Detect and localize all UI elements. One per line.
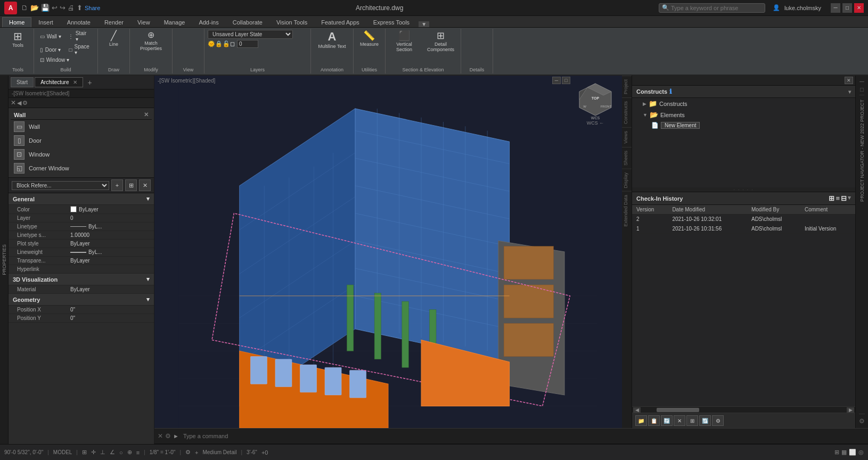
plus-icon[interactable]: +: [195, 449, 198, 456]
tools-button[interactable]: ⊞ Tools: [9, 30, 28, 49]
general-section-header[interactable]: General ▾: [9, 193, 154, 205]
save-icon[interactable]: 💾: [41, 4, 50, 12]
window-button[interactable]: ⊡ Window ▾: [38, 56, 71, 63]
resize-handle[interactable]: · · · · ·: [632, 187, 855, 192]
search-input[interactable]: [659, 3, 765, 13]
vp-restore-button[interactable]: □: [562, 77, 570, 84]
checkin-btn1[interactable]: 📁: [635, 415, 647, 426]
open-file-icon[interactable]: 📂: [30, 4, 39, 12]
checkin-btn7[interactable]: ⚙: [712, 415, 724, 426]
multiline-text-button[interactable]: A Multiline Text: [316, 30, 348, 50]
snap-toggle[interactable]: ✛: [91, 449, 96, 456]
tab-express[interactable]: Express Tools: [366, 17, 416, 27]
minimize-button[interactable]: ─: [831, 3, 840, 13]
tab-featured[interactable]: Featured Apps: [314, 17, 366, 27]
constructs-strip[interactable]: Constructs: [622, 97, 632, 127]
wall-button[interactable]: ▭ Wall ▾: [38, 30, 64, 43]
checkin-expand[interactable]: ▾: [848, 194, 851, 202]
palette-window[interactable]: ⊡ Window: [11, 147, 152, 161]
scroll-left-button[interactable]: ◀: [633, 407, 641, 413]
proj-nav-restore[interactable]: □: [860, 86, 864, 93]
stair-button[interactable]: ⋮ Stair ▾: [66, 30, 92, 43]
palette-door[interactable]: ▯ Door: [11, 134, 152, 147]
command-close-button[interactable]: ✕: [158, 432, 163, 440]
palette-close-icon[interactable]: ✕: [144, 111, 149, 118]
right-panel-close-button[interactable]: ✕: [845, 77, 853, 84]
model-panel-icon[interactable]: ▦: [841, 449, 847, 456]
match-props-button[interactable]: ⊕ Match Properties: [136, 30, 167, 52]
share-label[interactable]: Share: [85, 5, 100, 11]
ribbon-overflow[interactable]: ▼: [419, 21, 429, 27]
block-grid-button[interactable]: ⊞: [125, 179, 137, 191]
tab-annotate[interactable]: Annotate: [60, 17, 97, 27]
line-button[interactable]: ╱ Line: [104, 30, 124, 48]
door-button[interactable]: ▯ Door ▾: [38, 43, 65, 56]
h-scrollbar[interactable]: ◀ ▶: [632, 406, 855, 413]
checkin-btn3[interactable]: 🔄: [661, 415, 673, 426]
tab-manage[interactable]: Manage: [157, 17, 192, 27]
settings-icon[interactable]: ⚙: [185, 449, 191, 456]
vertical-section-button[interactable]: ⬛ Vertical Section: [389, 30, 420, 53]
checkin-btn4[interactable]: ✕: [674, 415, 685, 426]
fullscreen-icon[interactable]: ⬜: [849, 449, 856, 456]
tab-insert[interactable]: Insert: [31, 17, 60, 27]
viewport[interactable]: -[SW Isometric][Shaded] TOP W FRONT WCS: [154, 76, 622, 428]
extended-data-strip[interactable]: Extended Data: [622, 191, 632, 230]
checkin-btn6[interactable]: 🔃: [699, 415, 711, 426]
tab-render[interactable]: Render: [97, 17, 130, 27]
checkin-btn2[interactable]: 📋: [648, 415, 660, 426]
isolate-icon[interactable]: ◎: [858, 449, 864, 456]
checkin-icon2[interactable]: ≡: [836, 194, 840, 202]
layer-state-dropdown[interactable]: Unsaved Layer State: [208, 30, 293, 39]
doc-tab-start[interactable]: Start: [11, 77, 34, 87]
project-navigator-tab[interactable]: ─ □ PROJECT NAVIGATOR - NEW 2022 PROJECT…: [855, 76, 868, 428]
object-snap[interactable]: ○: [119, 449, 123, 456]
grid-toggle[interactable]: ⊞: [82, 449, 87, 456]
measure-button[interactable]: 📏 Measure: [358, 30, 381, 48]
tab-addins[interactable]: Add-ins: [192, 17, 225, 27]
checkin-btn5[interactable]: ⊞: [686, 415, 698, 426]
command-input[interactable]: [181, 432, 865, 440]
polar-toggle[interactable]: ∠: [110, 449, 115, 456]
block-reference-select[interactable]: Block Refere...: [12, 181, 109, 190]
window-controls[interactable]: ─ □ ✕: [831, 3, 864, 13]
share-icon[interactable]: ⬆: [77, 4, 83, 12]
restore-button[interactable]: □: [842, 3, 852, 13]
geometry-section-header[interactable]: Geometry ▾: [9, 294, 154, 306]
constructs-folder[interactable]: ▶ 📁 Constructs: [632, 98, 855, 109]
palette-wall[interactable]: ▭ Wall: [11, 120, 152, 134]
vp-minimize-button[interactable]: ─: [552, 77, 561, 84]
palette-corner-window[interactable]: ◱ Corner Window: [11, 161, 152, 175]
command-settings-button[interactable]: ⚙: [165, 432, 171, 440]
nav-cube[interactable]: TOP W FRONT WCS WCS ←: [574, 81, 617, 124]
project-strip[interactable]: Project: [622, 76, 632, 97]
panel-nav-prev[interactable]: ◀: [17, 100, 21, 106]
properties-side-tab[interactable]: PROPERTIES: [0, 76, 9, 444]
undo-icon[interactable]: ↩: [52, 4, 58, 12]
ortho-toggle[interactable]: ⊥: [100, 449, 105, 456]
project-nav-label[interactable]: PROJECT NAVIGATOR - NEW 2022 PROJECT: [858, 95, 866, 206]
tracking-toggle[interactable]: ⊕: [127, 449, 132, 456]
sheets-strip[interactable]: Sheets: [622, 147, 632, 169]
tab-view[interactable]: View: [130, 17, 157, 27]
block-remove-button[interactable]: ✕: [139, 179, 151, 191]
model-mode[interactable]: MODEL: [53, 449, 72, 455]
checkin-icon3[interactable]: ⊟: [841, 194, 847, 202]
tab-collaborate[interactable]: Collaborate: [226, 17, 269, 27]
close-tab-icon[interactable]: ✕: [73, 79, 77, 85]
panel-nav-settings[interactable]: ⚙: [22, 100, 28, 106]
doc-tab-architecture[interactable]: Architecture ✕: [35, 77, 83, 87]
checkin-row-1[interactable]: 1 2021-10-26 10:31:56 ADS\cholmsl Initia…: [632, 224, 855, 234]
checkin-row-2[interactable]: 2 2021-10-26 10:32:01 ADS\cholmsl: [632, 215, 855, 224]
block-add-button[interactable]: +: [111, 179, 123, 191]
lwt-toggle[interactable]: ≡: [136, 449, 140, 456]
plus-small-icon[interactable]: +0: [261, 449, 268, 456]
detail-components-button[interactable]: ⊞ Detail Components: [424, 30, 457, 53]
proj-nav-settings-icon[interactable]: ⚙: [859, 417, 865, 425]
views-strip[interactable]: Views: [622, 127, 632, 147]
new-file-icon[interactable]: 🗋: [21, 4, 28, 12]
viewport-win-controls[interactable]: ─ □: [551, 76, 571, 85]
redo-icon[interactable]: ↪: [60, 4, 65, 12]
elements-folder[interactable]: ▼ 📂 Elements: [632, 109, 855, 120]
new-tab-button[interactable]: +: [84, 77, 95, 88]
